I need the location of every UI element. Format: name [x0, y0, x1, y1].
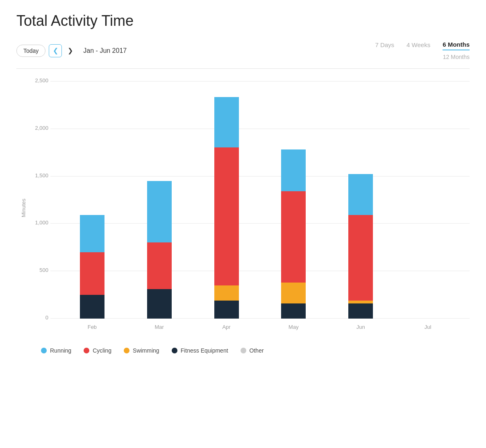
chart-inner: 2,500 2,000 1,500 1,000 500 0 FebMarAprM… [30, 81, 470, 335]
bar-segment-running [348, 174, 373, 215]
legend-dot [172, 348, 177, 353]
bar-segment-fitness [147, 289, 172, 319]
today-button[interactable]: Today [16, 45, 45, 57]
bar-group-may [281, 149, 306, 319]
bar-group-apr [214, 97, 239, 319]
legend-label: Other [250, 347, 264, 354]
legend-dot [241, 348, 246, 353]
filter-4weeks[interactable]: 4 Weeks [407, 41, 430, 50]
legend-item-running: Running [41, 347, 71, 354]
bar-segment-cycling [214, 147, 239, 285]
bar-segment-fitness [80, 295, 104, 319]
x-labels: FebMarAprMayJunJul [50, 319, 470, 335]
chart-area: Minutes 2,500 2,000 1,500 1,000 500 0 Fe… [20, 81, 470, 335]
bar-segment-cycling [348, 215, 373, 301]
x-label-jul: Jul [416, 324, 440, 330]
bar-segment-fitness [348, 303, 373, 319]
bar-group-feb [80, 215, 104, 319]
x-label-feb: Feb [80, 324, 104, 330]
legend-label: Running [50, 347, 71, 354]
bar-segment-running [147, 181, 172, 243]
bar-segment-cycling [281, 191, 306, 283]
legend-label: Cycling [93, 347, 111, 354]
legend-item-fitness-equipment: Fitness Equipment [172, 347, 228, 354]
legend: RunningCyclingSwimmingFitness EquipmentO… [41, 347, 470, 354]
controls-row: Today ❮ ❯ Jan - Jun 2017 7 Days 4 Weeks … [16, 41, 470, 60]
time-filters-row: 7 Days 4 Weeks 6 Months [375, 41, 470, 50]
legend-label: Fitness Equipment [181, 347, 228, 354]
bars-container [50, 81, 470, 319]
x-label-may: May [281, 324, 306, 330]
x-label-apr: Apr [214, 324, 239, 330]
bar-segment-swimming [348, 301, 373, 303]
bar-segment-swimming [281, 283, 306, 303]
bar-group-jun [348, 174, 373, 319]
filter-12months[interactable]: 12 Months [443, 54, 470, 60]
divider [16, 68, 470, 69]
bar-segment-running [281, 149, 306, 191]
legend-item-cycling: Cycling [84, 347, 111, 354]
filter-7days[interactable]: 7 Days [375, 41, 394, 50]
nav-back-button[interactable]: ❮ [49, 44, 62, 57]
legend-dot [41, 348, 47, 353]
legend-dot [84, 348, 89, 353]
legend-item-other: Other [241, 347, 264, 354]
bar-segment-fitness [281, 303, 306, 319]
bar-segment-cycling [147, 242, 172, 289]
x-label-mar: Mar [147, 324, 172, 330]
bar-segment-running [80, 215, 104, 252]
bar-segment-cycling [80, 252, 104, 295]
nav-forward-button[interactable]: ❯ [64, 44, 77, 57]
bar-segment-fitness [214, 301, 239, 319]
legend-label: Swimming [133, 347, 159, 354]
bar-segment-swimming [214, 285, 239, 301]
filter-6months[interactable]: 6 Months [443, 41, 470, 50]
bar-segment-running [214, 97, 239, 147]
bar-group-mar [147, 181, 172, 319]
page-title: Total Activity Time [16, 12, 470, 29]
y-axis-label: Minutes [20, 199, 27, 217]
legend-dot [124, 348, 129, 353]
date-range: Jan - Jun 2017 [83, 47, 127, 54]
x-label-jun: Jun [348, 324, 373, 330]
time-filters: 7 Days 4 Weeks 6 Months 12 Months [375, 41, 470, 60]
legend-item-swimming: Swimming [124, 347, 159, 354]
